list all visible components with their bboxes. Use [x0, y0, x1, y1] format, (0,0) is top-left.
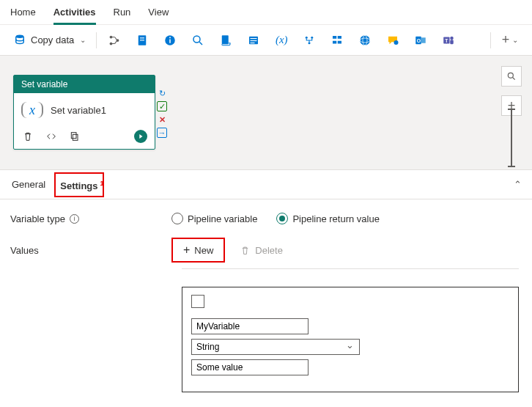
svg-rect-29 [421, 37, 426, 43]
chevron-down-icon: ⌄ [80, 36, 86, 44]
tab-general[interactable]: General [10, 170, 47, 199]
copy-data-button[interactable]: Copy data ⌄ [7, 31, 92, 50]
anchor-fail-icon[interactable]: ✕ [157, 114, 167, 125]
notebook-icon[interactable] [129, 29, 155, 51]
teams-icon[interactable]: T [435, 29, 462, 51]
zoom-slider[interactable] [511, 109, 512, 167]
divider [182, 268, 519, 269]
add-activity-button[interactable]: + ⌄ [495, 32, 525, 48]
svg-rect-6 [140, 40, 144, 40]
radio-pipeline-return-value[interactable]: Pipeline return value [276, 213, 380, 224]
radio-circle-icon [171, 213, 183, 224]
svg-point-1 [110, 35, 113, 38]
svg-line-38 [513, 78, 515, 80]
chat-icon[interactable] [380, 29, 406, 51]
top-nav: Home Activities Run View [0, 0, 532, 25]
canvas-search-button[interactable] [501, 66, 522, 87]
delete-icon[interactable] [21, 130, 34, 143]
svg-rect-8 [170, 39, 171, 43]
dataflow-icon[interactable] [296, 29, 322, 51]
new-button-label: New [194, 245, 213, 256]
nav-activities[interactable]: Activities [53, 0, 96, 25]
copy-icon[interactable] [68, 130, 81, 143]
svg-rect-23 [338, 40, 341, 43]
activity-anchors: ↻ ✓ ✕ → [157, 88, 167, 138]
collapse-icon[interactable]: ⌃ [514, 179, 522, 190]
activity-header: Set variable [14, 76, 155, 93]
variable-type-select[interactable] [191, 339, 360, 355]
plus-icon: + [183, 243, 190, 257]
svg-rect-20 [333, 36, 336, 39]
radio-circle-icon [276, 213, 288, 224]
form-icon[interactable] [324, 29, 350, 51]
svg-point-0 [16, 34, 24, 38]
radio-pipeline-variable[interactable]: Pipeline variable [171, 213, 257, 224]
svg-point-10 [193, 36, 200, 43]
variable-icon: x [21, 102, 43, 118]
svg-rect-33 [451, 40, 454, 44]
variable-type-radio-group: Pipeline variable Pipeline return value [171, 213, 380, 224]
delete-button[interactable]: Delete [240, 245, 283, 256]
svg-rect-21 [338, 36, 341, 39]
nav-home[interactable]: Home [10, 0, 36, 25]
web-icon[interactable] [352, 29, 378, 51]
run-icon[interactable] [134, 130, 147, 143]
svg-rect-36 [71, 133, 76, 139]
svg-point-17 [306, 36, 308, 38]
svg-point-19 [309, 42, 311, 44]
divider [96, 32, 97, 48]
svg-point-24 [361, 35, 371, 45]
svg-point-2 [110, 42, 113, 45]
search-icon[interactable] [185, 29, 211, 51]
anchor-loop-icon[interactable]: ↻ [157, 88, 167, 98]
svg-rect-15 [251, 40, 257, 41]
svg-rect-14 [251, 38, 257, 39]
branch-icon[interactable] [101, 29, 128, 51]
database-icon [13, 34, 26, 47]
nav-view[interactable]: View [148, 0, 169, 25]
values-label: Values [10, 245, 39, 256]
svg-rect-35 [73, 134, 78, 140]
svg-point-18 [311, 36, 314, 38]
svg-point-27 [394, 40, 399, 45]
activity-name: Set variable1 [51, 105, 106, 116]
list-icon[interactable] [240, 29, 267, 51]
new-button[interactable]: + New [171, 238, 225, 263]
trash-icon [240, 245, 251, 256]
activity-card[interactable]: Set variable x Set variable1 [13, 75, 155, 150]
value-row-card [182, 287, 519, 392]
tab-settings-label: Settings [60, 180, 97, 191]
svg-point-9 [169, 37, 171, 38]
radio-label: Pipeline return value [292, 213, 380, 224]
pipeline-canvas[interactable]: Set variable x Set variable1 ↻ ✓ ✕ → + [0, 56, 532, 170]
svg-rect-16 [251, 43, 255, 43]
svg-text:O: O [417, 38, 421, 43]
variable-type-label: Variable type [10, 213, 65, 224]
properties-panel: General Settings 1 ⌃ Variable type i Pip… [0, 170, 532, 406]
toolbar: Copy data ⌄ (x) O T + ⌄ [0, 25, 532, 56]
info-icon[interactable] [157, 29, 183, 51]
svg-line-11 [200, 42, 203, 45]
variable-value-input[interactable] [191, 359, 309, 375]
settings-badge: 1 [100, 172, 104, 194]
divider [490, 32, 491, 48]
chevron-down-icon: ⌄ [512, 36, 518, 44]
code-icon[interactable] [45, 130, 58, 143]
tab-settings[interactable]: Settings 1 [54, 172, 103, 197]
svg-point-32 [451, 36, 454, 40]
nav-run[interactable]: Run [114, 0, 131, 25]
svg-rect-5 [140, 37, 144, 38]
anchor-skip-icon[interactable]: → [157, 128, 167, 138]
outlook-icon[interactable]: O [407, 29, 434, 51]
info-icon[interactable]: i [70, 214, 79, 224]
copy-data-label: Copy data [31, 34, 74, 45]
svg-rect-12 [222, 35, 229, 44]
svg-rect-22 [333, 40, 336, 43]
variable-name-input[interactable] [191, 318, 309, 334]
delete-button-label: Delete [255, 245, 283, 256]
anchor-success-icon[interactable]: ✓ [157, 101, 167, 111]
variable-icon[interactable]: (x) [268, 29, 295, 51]
radio-label: Pipeline variable [188, 213, 257, 224]
value-checkbox[interactable] [191, 295, 204, 308]
script-icon[interactable] [213, 29, 239, 51]
